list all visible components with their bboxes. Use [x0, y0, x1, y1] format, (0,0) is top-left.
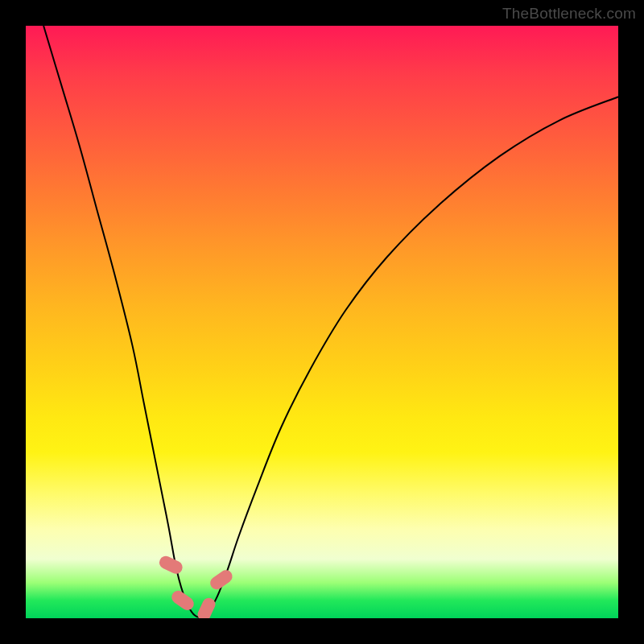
- plot-area: [26, 26, 618, 618]
- curve-marker: [157, 554, 184, 576]
- curve-path: [43, 26, 618, 617]
- watermark-text: TheBottleneck.com: [502, 5, 636, 23]
- curve-markers: [157, 554, 234, 618]
- bottleneck-curve: [26, 26, 618, 618]
- curve-marker: [196, 596, 217, 618]
- chart-frame: TheBottleneck.com: [0, 0, 644, 644]
